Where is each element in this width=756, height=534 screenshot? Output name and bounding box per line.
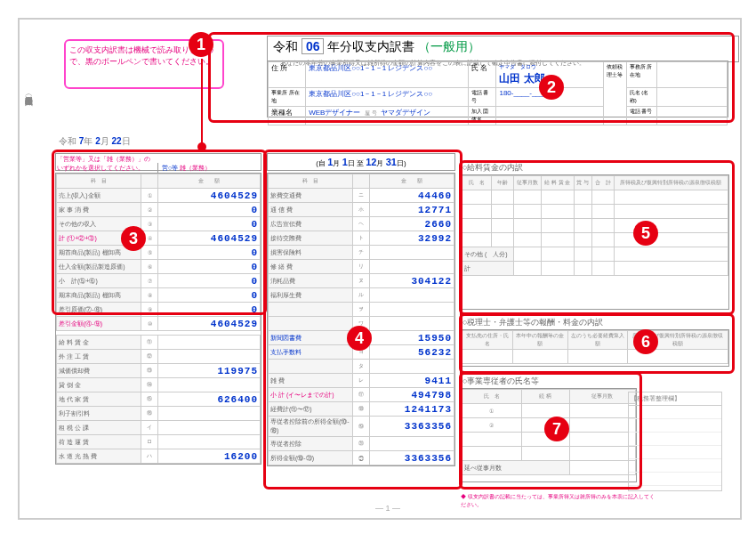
- bizaddr-value: 東京都品川区○○1－1－1 レジデンス○○: [306, 88, 468, 107]
- addr-label: 住 所: [269, 62, 306, 88]
- table-row: 家 事 消 費②0: [57, 203, 261, 217]
- table-header: 支払先の住所・氏名本年中の報酬等の金額左のうち必要経費算入額所得税及び復興特別所…: [462, 331, 728, 350]
- callout-7: 7: [544, 417, 569, 441]
- table-row: 給 料 賃 金⑪: [57, 336, 261, 350]
- year-value: 06: [302, 38, 325, 54]
- table-row: 消耗品費ヌ304122: [269, 274, 454, 288]
- job-value: WEBデザイナー: [309, 109, 360, 117]
- callout-1: 1: [189, 32, 213, 57]
- agent-name-label: 氏名 (名称): [626, 88, 656, 107]
- table-row: 損害保険料チ: [269, 246, 454, 260]
- table-row: 荷 造 運 賃ロ: [57, 435, 261, 449]
- table-row: 租 税 公 課イ: [57, 421, 261, 435]
- table-row: 仕入金額(製品製造原価)⑥0: [57, 260, 261, 274]
- title-kind: （一般用）: [418, 39, 480, 53]
- table-row: 小 計 (イ〜レまでの計)⑰494798: [269, 388, 454, 402]
- table-row: [462, 447, 636, 461]
- callout-3: 3: [121, 226, 146, 251]
- sel-opt2[interactable]: 雑（業務）: [180, 165, 211, 171]
- form-title: 令和 06 年分収支内訳書 （一般用） あなたの本年分の事業所得又は雑所得の金額…: [267, 36, 739, 62]
- table-row: 専従者控除前の所得金額(⑩-⑱)⑲3363356: [269, 417, 454, 437]
- submit-d: 22: [111, 136, 121, 146]
- table-row: 小 計(⑤+⑥)⑦0: [57, 274, 261, 288]
- table-row: 計: [462, 262, 728, 276]
- callout-2: 2: [539, 75, 564, 100]
- table-row: 旅費交通費ニ44460: [269, 189, 454, 203]
- table-row: [462, 219, 728, 233]
- table-row: 雑 費レ9411: [269, 374, 454, 388]
- table-header: 氏 名続 柄従事月数: [462, 390, 636, 404]
- table-row: 計 (①+②+③)④4604529: [57, 231, 261, 246]
- table-row: 水 道 光 熱 費ハ16200: [57, 449, 261, 464]
- footnote: ◆ 収支内訳書の記載に当たっては、事業所得又は雑所得のみを本表に記入してください…: [461, 493, 656, 509]
- agent-header: 依頼税理士等: [603, 62, 626, 125]
- era-label: 令和: [273, 39, 298, 53]
- table-row: [462, 233, 728, 247]
- title-suffix: 年分収支内訳書: [327, 39, 414, 53]
- selection-row: 「営業等」又は「雑（業務）」のいずれかを選択してください。 営○等 雑（業務）: [55, 153, 261, 171]
- table-row: 売上(収入)金額①4604529: [57, 189, 261, 203]
- table-row: 延べ従事月数: [462, 461, 636, 475]
- sec6-title: ○税理士・弁護士等の報酬・料金の内訳: [462, 317, 603, 328]
- table-row: 通 信 費ホ12771: [269, 203, 454, 217]
- table-row: 期末商品(製品) 棚卸高⑧0: [57, 288, 261, 303]
- agent-tel: [656, 107, 727, 125]
- page-number: — 1 —: [375, 504, 400, 513]
- period: (自 1月 1日 至 12月 31日): [267, 153, 455, 171]
- shop-label: 屋 号: [365, 110, 377, 116]
- tel-label: 電話 番号: [468, 88, 496, 107]
- table-row: 経費計(⑪〜⑰)⑱1241173: [269, 402, 454, 417]
- name-label: 氏 名: [468, 62, 496, 88]
- table-row: 広告宣伝費ヘ2660: [269, 217, 454, 231]
- connector-line: [201, 59, 203, 144]
- job-label: 業種名: [269, 107, 306, 125]
- callout-5: 5: [633, 221, 658, 246]
- table-row: 貸 倒 金⑭: [57, 378, 261, 392]
- table-row: 福利厚生費ル: [269, 288, 454, 303]
- table-row: 外 注 工 賃⑫: [57, 350, 261, 364]
- period-lead: (自: [316, 159, 326, 167]
- table-row: 修 繕 費リ: [269, 260, 454, 274]
- shop-value: ヤマダデザイン: [381, 109, 430, 117]
- sec6-table: 支払先の住所・氏名本年中の報酬等の金額左のうち必要経費算入額所得税及び復興特別所…: [461, 329, 729, 367]
- sec5-table: 氏 名年齢従事月数給 料 賃 金賞 与合 計所得税及び復興特別所得税の源泉徴収税…: [461, 174, 729, 310]
- admin-title: 【税務署整理欄】: [629, 392, 721, 406]
- sec5-title: ○給料賃金の内訳: [462, 162, 523, 174]
- furigana: ヤマダ タロウ: [499, 63, 600, 71]
- addr-value: 東京都品川区○○1－1－1 レジデンス○○: [306, 62, 468, 88]
- submit-date: 令和 7年 2月 22日: [59, 135, 131, 148]
- table-row: 専従者控除⑳: [269, 437, 454, 451]
- period-to-d: 31: [386, 157, 397, 167]
- table-row: [462, 350, 728, 364]
- table-row: 地 代 家 賃⑮626400: [57, 392, 261, 407]
- table-header: 科 目金 額: [269, 174, 454, 189]
- table-row: 減価償却費⑬119975: [57, 364, 261, 378]
- table-row: [462, 190, 728, 205]
- table-expenses: 科 目金 額旅費交通費ニ44460通 信 費ホ12771広告宣伝費ヘ2660接待…: [267, 173, 455, 466]
- sel-opt1[interactable]: 営○等: [162, 165, 178, 171]
- bizaddr-label: 事業所 所在地: [269, 88, 306, 107]
- table-header: 氏 名年齢従事月数給 料 賃 金賞 与合 計所得税及び復興特別所得税の源泉徴収税…: [462, 176, 728, 190]
- period-m1: 月: [333, 159, 340, 167]
- sel-label: 「営業等」又は「雑（業務）」のいずれかを選択してください。: [56, 154, 156, 174]
- period-mid2: 日 至: [348, 159, 364, 167]
- table-row: [462, 205, 728, 219]
- agent-tel-label: 電話 番号: [626, 107, 656, 125]
- table-row: 利子割引料⑯: [57, 407, 261, 421]
- table-revenue-cost: 科 目金 額売上(収入)金額①4604529家 事 消 費②0その他の収入③0計…: [55, 173, 261, 465]
- org-value: [496, 107, 604, 125]
- table-row: 差引金額(④-⑨)⑩4604529: [57, 317, 261, 331]
- table-row: 期首商品(製品) 棚卸高⑤0: [57, 246, 261, 260]
- callout-4: 4: [347, 326, 372, 351]
- agent-name: [656, 88, 727, 107]
- period-m2: 月: [376, 159, 383, 167]
- submit-era: 令和: [59, 136, 76, 146]
- applicant-block: 住 所 東京都品川区○○1－1－1 レジデンス○○ 氏 名 ヤマダ タロウ 山田…: [267, 61, 728, 117]
- admin-box: 【税務署整理欄】: [628, 392, 722, 491]
- table-row: タ: [269, 360, 454, 374]
- job-row: WEBデザイナー 屋 号 ヤマダデザイン: [306, 107, 468, 125]
- table-row: 所得金額(⑲-⑳)㉑3363356: [269, 451, 454, 465]
- table-row: その他の収入③0: [57, 217, 261, 231]
- agent-office-label: 事務所 所在地: [626, 62, 656, 88]
- table-header: 科 目金 額: [57, 174, 261, 189]
